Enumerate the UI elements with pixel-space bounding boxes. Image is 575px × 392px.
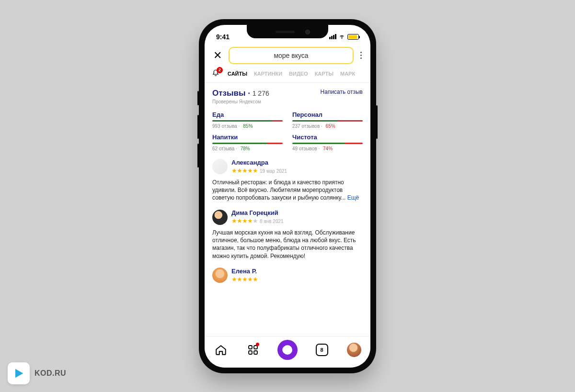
svg-rect-2 bbox=[249, 351, 252, 354]
review-stars: ★★★★★ bbox=[231, 276, 258, 283]
review-more[interactable]: Ещё bbox=[347, 194, 359, 201]
category-item[interactable]: Чистота 49 отзывов · 74% bbox=[292, 134, 363, 151]
watermark: KOD.RU bbox=[8, 362, 66, 384]
category-meta: 237 отзывов · 65% bbox=[292, 123, 363, 129]
phone-frame: 9:41 ✕ море вкуса 2 САЙТЫ КАРТИНКИ ВИДЕО… bbox=[199, 19, 376, 373]
tab-images[interactable]: КАРТИНКИ bbox=[254, 71, 282, 77]
nav-tabs[interactable]: 8 bbox=[314, 342, 330, 358]
tabs-row: 2 САЙТЫ КАРТИНКИ ВИДЕО КАРТЫ МАРК bbox=[205, 67, 370, 83]
review-text: Отличный ресторан: и блюда и качество пр… bbox=[212, 179, 363, 202]
close-icon[interactable]: ✕ bbox=[211, 48, 224, 63]
svg-rect-1 bbox=[254, 346, 257, 349]
category-bar bbox=[292, 143, 363, 144]
watermark-text: KOD.RU bbox=[34, 369, 66, 378]
categories-grid: Еда 993 отзыва · 85%Персонал 237 отзывов… bbox=[212, 111, 363, 151]
svg-rect-3 bbox=[254, 351, 257, 354]
reviews-header: Отзывы · 1 276 Проверены Яндексом Написа… bbox=[212, 89, 363, 104]
bell-icon[interactable]: 2 bbox=[211, 69, 221, 78]
nav-profile[interactable] bbox=[346, 342, 362, 358]
reviews-count: 1 276 bbox=[253, 90, 269, 97]
content: Отзывы · 1 276 Проверены Яндексом Написа… bbox=[205, 83, 370, 335]
signal-icon bbox=[329, 34, 336, 39]
status-time: 9:41 bbox=[216, 33, 230, 41]
status-indicators bbox=[329, 34, 359, 40]
category-item[interactable]: Еда 993 отзыва · 85% bbox=[212, 111, 283, 129]
nav-apps[interactable] bbox=[245, 342, 261, 358]
review-stars: ★★★★★ bbox=[231, 167, 258, 174]
write-review-link[interactable]: Написать отзыв bbox=[321, 89, 363, 95]
search-input[interactable]: море вкуса bbox=[229, 47, 354, 64]
category-meta: 49 отзывов · 74% bbox=[292, 146, 363, 151]
tab-sites[interactable]: САЙТЫ bbox=[228, 71, 247, 77]
bell-badge: 2 bbox=[217, 67, 223, 73]
category-item[interactable]: Напитки 62 отзыва · 78% bbox=[212, 134, 283, 151]
profile-avatar bbox=[347, 343, 361, 357]
review-author[interactable]: Дима Горецкий bbox=[231, 209, 284, 216]
review-date: 8 янв 2021 bbox=[260, 219, 284, 224]
category-bar bbox=[212, 143, 283, 144]
review-text: Лучшая морская кухня на мой взгляд. Обсл… bbox=[212, 229, 363, 260]
review-date: 19 мар 2021 bbox=[260, 168, 287, 174]
tab-video[interactable]: ВИДЕО bbox=[289, 71, 308, 77]
reviews-list: Александра ★★★★★19 мар 2021 Отличный рес… bbox=[212, 159, 363, 283]
battery-icon bbox=[347, 34, 359, 40]
tabs-count: 8 bbox=[316, 344, 328, 356]
category-title: Чистота bbox=[292, 134, 363, 141]
category-bar bbox=[212, 120, 283, 122]
wifi-icon bbox=[338, 34, 345, 39]
category-meta: 62 отзыва · 78% bbox=[212, 146, 283, 151]
screen: 9:41 ✕ море вкуса 2 САЙТЫ КАРТИНКИ ВИДЕО… bbox=[205, 25, 370, 368]
svg-rect-0 bbox=[249, 346, 252, 349]
review-author[interactable]: Елена Р. bbox=[231, 268, 260, 275]
review-stars: ★★★★★ bbox=[231, 217, 258, 224]
search-bar: ✕ море вкуса bbox=[205, 44, 370, 67]
apps-notification-dot bbox=[256, 343, 259, 346]
tab-maps[interactable]: КАРТЫ bbox=[315, 71, 334, 77]
reviews-verified: Проверены Яндексом bbox=[212, 99, 269, 104]
bottom-nav: 8 bbox=[205, 336, 370, 368]
review-item: Дима Горецкий ★★★★★8 янв 2021 Лучшая мор… bbox=[212, 209, 363, 260]
notch bbox=[247, 25, 328, 38]
review-avatar bbox=[212, 210, 228, 225]
review-item: Елена Р. ★★★★★ bbox=[212, 268, 363, 283]
review-avatar bbox=[212, 268, 228, 283]
reviews-title: Отзывы · 1 276 bbox=[212, 89, 269, 98]
watermark-icon bbox=[8, 362, 30, 384]
nav-home[interactable] bbox=[213, 342, 229, 358]
tab-market[interactable]: МАРК bbox=[340, 71, 355, 77]
review-item: Александра ★★★★★19 мар 2021 Отличный рес… bbox=[212, 159, 363, 202]
category-meta: 993 отзыва · 85% bbox=[212, 123, 283, 129]
review-author[interactable]: Александра bbox=[231, 159, 287, 166]
category-item[interactable]: Персонал 237 отзывов · 65% bbox=[292, 111, 363, 129]
more-icon[interactable] bbox=[358, 50, 364, 61]
category-bar bbox=[292, 120, 363, 122]
category-title: Еда bbox=[212, 111, 283, 118]
category-title: Персонал bbox=[292, 111, 363, 118]
category-title: Напитки bbox=[212, 134, 283, 141]
nav-alice[interactable] bbox=[277, 340, 298, 360]
review-avatar bbox=[212, 159, 228, 174]
